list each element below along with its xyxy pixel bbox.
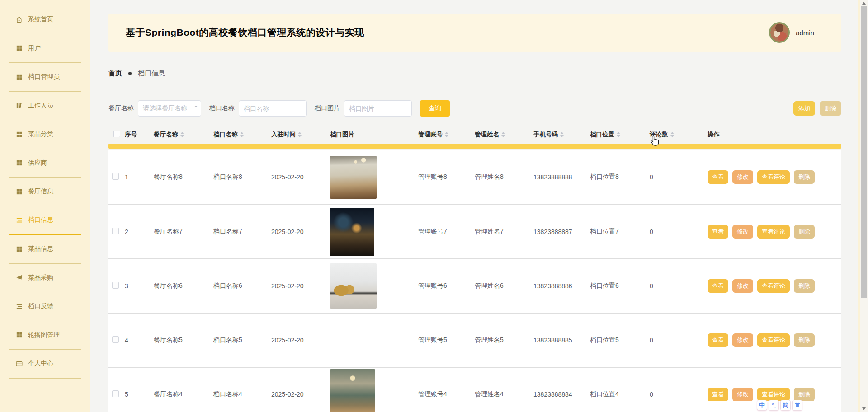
column-header-comment-count[interactable]: 评论数 xyxy=(650,131,708,139)
sort-icons[interactable] xyxy=(445,132,448,137)
sort-asc-icon[interactable] xyxy=(617,132,620,134)
column-header-manager-name[interactable]: 管理姓名 xyxy=(475,131,533,139)
comment-button[interactable]: 查看评论 xyxy=(757,333,790,347)
select-all-checkbox[interactable] xyxy=(113,131,120,137)
column-header-label: 档口图片 xyxy=(330,131,354,139)
sidebar-item-dish-purchase[interactable]: 菜品采购 xyxy=(9,264,81,293)
delete-button[interactable]: 删除 xyxy=(794,279,815,293)
sort-asc-icon[interactable] xyxy=(240,132,244,134)
edit-button[interactable]: 修改 xyxy=(732,333,753,347)
sidebar-item-profile[interactable]: 个人中心 xyxy=(9,350,81,379)
scroll-down-arrow-icon[interactable] xyxy=(862,407,866,410)
sidebar-item-stall-feedback[interactable]: 档口反馈 xyxy=(9,292,81,321)
row-checkbox[interactable] xyxy=(112,390,119,397)
sort-icons[interactable] xyxy=(501,132,505,137)
sidebar-item-home[interactable]: 系统首页 xyxy=(9,5,81,34)
sort-icons[interactable] xyxy=(670,132,674,137)
sort-icons[interactable] xyxy=(298,132,302,137)
cell-join-date: 2025-02-20 xyxy=(271,282,330,290)
column-header-phone[interactable]: 手机号码 xyxy=(533,131,590,139)
column-header-label: 管理姓名 xyxy=(475,131,499,139)
sort-asc-icon[interactable] xyxy=(501,132,505,134)
view-button[interactable]: 查看 xyxy=(708,279,728,293)
view-button[interactable]: 查看 xyxy=(708,388,728,401)
restaurant-photo-bright-cafe[interactable] xyxy=(330,156,377,199)
ime-simplified-button[interactable]: 简 xyxy=(780,400,791,411)
row-checkbox[interactable] xyxy=(112,228,119,234)
sort-icons[interactable] xyxy=(240,132,244,137)
column-header-label: 餐厅名称 xyxy=(154,131,178,139)
edit-button[interactable]: 修改 xyxy=(732,388,753,401)
ime-punctuation-button[interactable]: °, xyxy=(769,400,779,411)
edit-button[interactable]: 修改 xyxy=(732,279,753,293)
sort-desc-icon[interactable] xyxy=(180,135,184,137)
view-button[interactable]: 查看 xyxy=(708,225,728,239)
delete-button[interactable]: 删除 xyxy=(794,170,815,184)
sort-asc-icon[interactable] xyxy=(670,132,674,134)
stall-name-input[interactable] xyxy=(239,100,307,117)
user-avatar[interactable] xyxy=(769,22,790,43)
sort-asc-icon[interactable] xyxy=(298,132,302,134)
sort-icons[interactable] xyxy=(560,132,564,137)
row-checkbox[interactable] xyxy=(112,173,119,180)
search-button[interactable]: 查询 xyxy=(420,100,450,117)
edit-button[interactable]: 修改 xyxy=(732,170,753,184)
sidebar-item-restaurant-info[interactable]: 餐厅信息 xyxy=(9,178,81,206)
add-button[interactable]: 添加 xyxy=(793,101,815,116)
restaurant-select[interactable]: 请选择餐厅名称 ˘ xyxy=(138,100,201,117)
column-header-label: 管理账号 xyxy=(418,131,443,139)
sort-desc-icon[interactable] xyxy=(617,135,620,137)
restaurant-photo-white-dining[interactable] xyxy=(330,263,377,309)
row-checkbox[interactable] xyxy=(112,336,119,343)
breadcrumb-home[interactable]: 首页 xyxy=(108,69,122,78)
column-header-join-date[interactable]: 入驻时间 xyxy=(271,131,330,139)
sort-icons[interactable] xyxy=(617,132,620,137)
sort-desc-icon[interactable] xyxy=(501,135,505,137)
restaurant-photo-dark-bar[interactable] xyxy=(330,208,374,256)
grid-icon xyxy=(15,73,23,81)
sort-asc-icon[interactable] xyxy=(560,132,564,134)
sidebar-item-dish-category[interactable]: 菜品分类 xyxy=(9,120,81,149)
sidebar-item-dish-info[interactable]: 菜品信息 xyxy=(9,235,81,264)
sort-desc-icon[interactable] xyxy=(670,135,674,137)
comment-button[interactable]: 查看评论 xyxy=(757,170,790,184)
sidebar-item-stall-info[interactable]: 档口信息 xyxy=(9,206,81,235)
comment-button[interactable]: 查看评论 xyxy=(757,279,790,293)
sidebar-item-carousel[interactable]: 轮播图管理 xyxy=(9,321,81,350)
stall-image-input[interactable] xyxy=(344,100,412,117)
sort-asc-icon[interactable] xyxy=(180,132,184,134)
scrollbar-thumb[interactable] xyxy=(861,6,867,298)
delete-button[interactable]: 删除 xyxy=(794,333,815,347)
sort-asc-icon[interactable] xyxy=(445,132,448,134)
sidebar-item-users[interactable]: 用户 xyxy=(9,34,81,63)
sidebar-item-stall-admin[interactable]: 档口管理员 xyxy=(9,63,81,92)
sidebar-item-staff[interactable]: 工作人员 xyxy=(9,92,81,121)
comment-button[interactable]: 查看评论 xyxy=(757,225,790,239)
column-header-location[interactable]: 档口位置 xyxy=(590,131,650,139)
restaurant-photo-green-hall[interactable] xyxy=(330,369,375,412)
scrollbar[interactable] xyxy=(860,0,868,412)
edit-button[interactable]: 修改 xyxy=(732,225,753,239)
scroll-up-arrow-icon[interactable] xyxy=(862,2,866,5)
sidebar-item-supplier[interactable]: 供应商 xyxy=(9,149,81,178)
restaurant-photo-wood-room[interactable] xyxy=(330,316,376,365)
delete-button[interactable]: 删除 xyxy=(794,388,815,401)
view-button[interactable]: 查看 xyxy=(708,333,728,347)
sort-icons[interactable] xyxy=(180,132,184,137)
delete-button[interactable]: 删除 xyxy=(820,101,841,116)
column-header-restaurant-name[interactable]: 餐厅名称 xyxy=(154,131,213,139)
column-header-manager-account[interactable]: 管理账号 xyxy=(418,131,475,139)
comment-button[interactable]: 查看评论 xyxy=(757,388,790,401)
user-area[interactable]: admin xyxy=(769,22,814,43)
row-checkbox[interactable] xyxy=(112,282,119,289)
column-header-stall-name[interactable]: 档口名称 xyxy=(213,131,271,139)
sort-desc-icon[interactable] xyxy=(560,135,564,137)
ime-skin-button[interactable] xyxy=(792,400,802,411)
sort-desc-icon[interactable] xyxy=(445,135,448,137)
view-button[interactable]: 查看 xyxy=(708,170,728,184)
ime-chinese-button[interactable]: 中 xyxy=(757,400,767,411)
sort-desc-icon[interactable] xyxy=(240,135,244,137)
delete-button[interactable]: 删除 xyxy=(794,225,815,239)
home-icon xyxy=(15,16,23,23)
sort-desc-icon[interactable] xyxy=(298,135,302,137)
